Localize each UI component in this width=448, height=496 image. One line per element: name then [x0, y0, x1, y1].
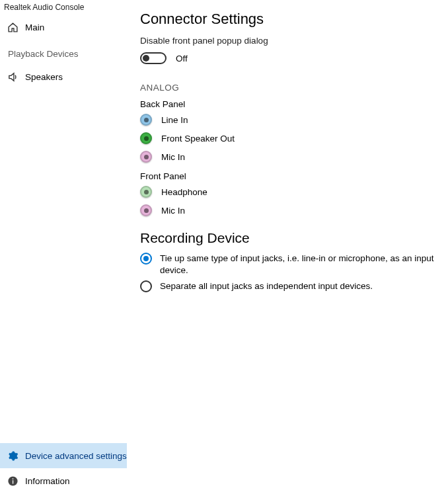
jack-icon: [140, 204, 152, 216]
page-title: Connector Settings: [140, 11, 441, 28]
jack-row-micin-back[interactable]: Mic In: [140, 149, 441, 165]
jack-label: Line In: [161, 115, 188, 125]
jack-icon: [140, 132, 152, 144]
jack-row-headphone[interactable]: Headphone: [140, 184, 441, 200]
sidebar-item-label: Speakers: [25, 72, 63, 82]
radio-icon: [140, 253, 152, 265]
sidebar-item-speakers[interactable]: Speakers: [0, 64, 127, 89]
toggle-state-text: Off: [176, 54, 188, 63]
sidebar-group-playback: Playback Devices: [0, 40, 127, 64]
jack-row-micin-front[interactable]: Mic In: [140, 202, 441, 218]
content-pane: Connector Settings Disable front panel p…: [127, 0, 448, 496]
jack-row-linein[interactable]: Line In: [140, 112, 441, 128]
recording-heading: Recording Device: [140, 230, 441, 246]
radio-label: Tie up same type of input jacks, i.e. li…: [160, 253, 441, 276]
jack-icon: [140, 114, 152, 126]
recording-option-tie-up[interactable]: Tie up same type of input jacks, i.e. li…: [140, 253, 441, 276]
info-icon: [7, 475, 19, 487]
radio-icon: [140, 280, 152, 292]
jack-label: Mic In: [161, 152, 185, 162]
jack-icon: [140, 186, 152, 198]
speaker-icon: [7, 71, 19, 83]
jack-label: Headphone: [161, 187, 207, 197]
home-icon: [7, 21, 19, 33]
recording-option-separate[interactable]: Separate all input jacks as independent …: [140, 280, 441, 292]
jack-label: Mic In: [161, 206, 185, 216]
sidebar-item-label: Information: [25, 476, 70, 486]
jack-row-front-speaker-out[interactable]: Front Speaker Out: [140, 130, 441, 146]
analog-caption: ANALOG: [140, 83, 441, 93]
radio-label: Separate all input jacks as independent …: [160, 280, 373, 292]
sidebar-item-label: Device advanced settings: [25, 451, 127, 461]
sidebar-item-information[interactable]: Information: [0, 468, 127, 493]
back-panel-header: Back Panel: [140, 99, 441, 109]
jack-label: Front Speaker Out: [161, 134, 235, 144]
svg-rect-1: [12, 480, 13, 484]
sidebar-item-main[interactable]: Main: [0, 15, 127, 40]
app-title: Realtek Audio Console: [0, 0, 127, 15]
sidebar-item-label: Main: [25, 22, 44, 32]
sidebar: Realtek Audio Console Main Playback Devi…: [0, 0, 127, 496]
disable-popup-toggle[interactable]: [140, 52, 167, 64]
gear-icon: [7, 450, 19, 462]
disable-popup-label: Disable front panel popup dialog: [140, 36, 441, 46]
jack-icon: [140, 151, 152, 163]
front-panel-header: Front Panel: [140, 171, 441, 181]
svg-point-2: [12, 478, 13, 479]
sidebar-item-device-advanced[interactable]: Device advanced settings: [0, 443, 127, 468]
